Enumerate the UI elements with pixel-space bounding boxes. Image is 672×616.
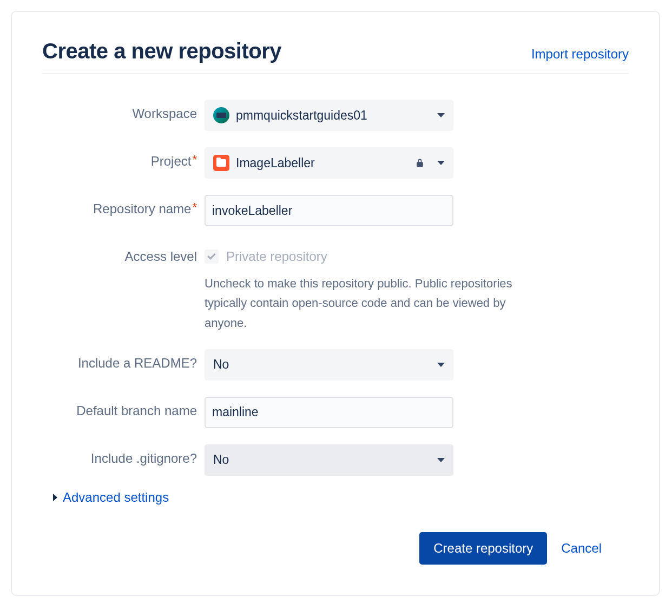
readme-row: Include a README? No: [42, 349, 629, 381]
form-body: Workspace pmmquickstartguides01 Project*…: [42, 100, 629, 565]
page-title: Create a new repository: [42, 39, 281, 63]
branch-label: Default branch name: [76, 403, 197, 418]
gitignore-label: Include .gitignore?: [91, 451, 197, 466]
chevron-down-icon: [437, 458, 445, 462]
project-row: Project* ImageLabeller: [42, 147, 629, 179]
workspace-label: Workspace: [132, 106, 197, 121]
branch-name-input[interactable]: [205, 397, 453, 428]
access-level-label: Access level: [125, 249, 197, 264]
chevron-down-icon: [437, 161, 445, 165]
branch-row: Default branch name: [42, 397, 629, 428]
required-indicator: *: [192, 200, 197, 214]
gitignore-row: Include .gitignore? No: [42, 444, 629, 476]
workspace-avatar-icon: [213, 107, 229, 123]
advanced-settings-label: Advanced settings: [63, 490, 169, 505]
workspace-select[interactable]: pmmquickstartguides01: [205, 100, 453, 131]
required-indicator: *: [192, 153, 197, 166]
private-repo-checkbox[interactable]: [205, 250, 219, 264]
project-label: Project: [151, 154, 192, 168]
chevron-down-icon: [437, 113, 445, 117]
repo-name-input[interactable]: [205, 195, 453, 226]
project-value: ImageLabeller: [236, 156, 408, 171]
project-select[interactable]: ImageLabeller: [205, 147, 453, 179]
create-repository-button[interactable]: Create repository: [419, 532, 547, 565]
workspace-row: Workspace pmmquickstartguides01: [42, 100, 629, 131]
chevron-right-icon: [53, 494, 57, 501]
action-row: Create repository Cancel: [42, 532, 629, 565]
repo-name-label: Repository name: [93, 201, 191, 216]
cancel-link[interactable]: Cancel: [561, 541, 602, 556]
gitignore-value: No: [213, 453, 431, 467]
header-row: Create a new repository Import repositor…: [42, 39, 629, 74]
folder-icon: [213, 155, 229, 171]
access-level-help-text: Uncheck to make this repository public. …: [205, 274, 540, 333]
readme-value: No: [213, 357, 431, 372]
advanced-settings-toggle[interactable]: Advanced settings: [53, 490, 629, 505]
workspace-value: pmmquickstartguides01: [236, 108, 431, 123]
create-repo-card: Create a new repository Import repositor…: [11, 11, 660, 596]
import-repository-link[interactable]: Import repository: [531, 47, 629, 62]
private-repo-checkbox-label: Private repository: [226, 249, 327, 264]
access-level-row: Access level Private repository Uncheck …: [42, 243, 629, 333]
readme-select[interactable]: No: [205, 349, 453, 381]
check-icon: [207, 251, 216, 260]
gitignore-select[interactable]: No: [205, 444, 453, 476]
chevron-down-icon: [437, 363, 445, 367]
lock-icon: [414, 158, 425, 168]
repo-name-row: Repository name*: [42, 195, 629, 226]
readme-label: Include a README?: [78, 356, 197, 370]
